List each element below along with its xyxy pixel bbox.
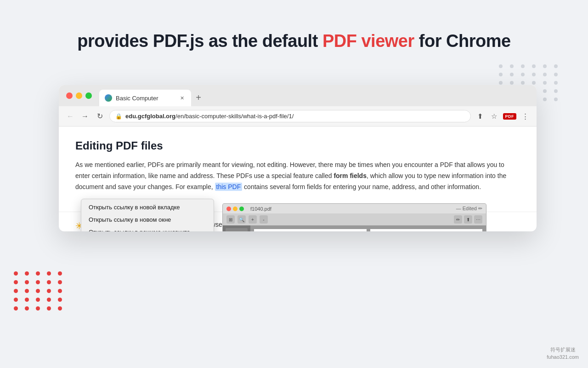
cm-open-new-window[interactable]: Открыть ссылку в новом окне	[81, 213, 214, 226]
toolbar-icons: ⬆ ☆ PDF ⋮	[475, 111, 531, 121]
tab-favicon-icon	[105, 94, 112, 102]
cm-open-incognito[interactable]: Открыть ссылку в режиме инкогнито	[81, 226, 214, 231]
browser-window: Basic Computer ✕ + ← → ↻ 🔒 edu.gcfglobal…	[59, 85, 537, 231]
context-menu: Открыть ссылку в новой вкладке Открыть с…	[81, 199, 214, 231]
pdf-share-icon: ⬆	[464, 215, 472, 224]
pdf-traffic-lights	[226, 207, 244, 211]
pdf-link[interactable]: this PDF	[215, 183, 243, 191]
lock-icon: 🔒	[115, 113, 122, 120]
new-tab-button[interactable]: +	[191, 90, 206, 105]
watermark-line2: fuhao321.com	[547, 354, 579, 361]
address-bar: ← → ↻ 🔒 edu.gcfglobal.org/en/basic-compu…	[59, 106, 537, 126]
bookmark-icon[interactable]: ☆	[489, 111, 499, 121]
pdf-tool-2: 🔍	[237, 215, 246, 224]
minimize-button[interactable]	[76, 92, 82, 99]
address-text: edu.gcfglobal.org/en/basic-computer-skil…	[125, 113, 294, 120]
pdf-page-right: 2015 OMB No. 1545-0074 20 ___, ending __…	[370, 229, 483, 231]
title-bar: Basic Computer ✕ +	[59, 85, 537, 106]
tab-close-button[interactable]: ✕	[178, 94, 186, 102]
traffic-lights	[59, 85, 99, 106]
watermark: 符号扩展迷 fuhao321.com	[547, 346, 579, 361]
page-heading: Editing PDF files	[75, 139, 520, 152]
address-input[interactable]: 🔒 edu.gcfglobal.org/en/basic-computer-sk…	[109, 110, 471, 122]
page-content: Editing PDF files As we mentioned earlie…	[59, 126, 537, 212]
close-button[interactable]	[66, 92, 73, 99]
pdf-page-left	[254, 229, 367, 231]
tabs-area: Basic Computer ✕ +	[99, 85, 537, 106]
bold-text: form fields	[334, 172, 367, 179]
main-headline: provides PDF.js as the default PDF viewe…	[0, 31, 588, 51]
pdf-close	[226, 207, 231, 211]
pdf-sidebar: 1	[223, 225, 250, 231]
pdf-tool-3: +	[249, 215, 257, 224]
pdf-extension-badge[interactable]: PDF	[503, 113, 517, 120]
menu-icon[interactable]: ⋮	[520, 111, 530, 121]
refresh-button[interactable]: ↻	[95, 111, 105, 121]
pdf-toolbar: ⊞ 🔍 + - ✏ ⬆ ⋯	[223, 213, 486, 225]
paragraph-text-3: contains several form fields for enterin…	[242, 183, 481, 190]
pdf-preview-thumbnail: f1040.pdf — Edited ✏ ⊞ 🔍 + - ✏ ⬆ ⋯	[222, 203, 486, 231]
pdf-edit-icon: ✏	[454, 215, 462, 224]
address-path: /en/basic-computer-skills/what-is-a-pdf-…	[175, 113, 294, 120]
pdf-content-area: 1	[223, 225, 486, 231]
page-paragraph: As we mentioned earlier, PDFs are primar…	[75, 160, 520, 192]
share-icon[interactable]: ⬆	[475, 111, 486, 121]
back-button[interactable]: ←	[65, 111, 75, 121]
headline-text-before: provides PDF.js as the default	[77, 31, 322, 51]
address-domain: edu.gcfglobal.org	[125, 113, 175, 120]
pdf-markup-icon: ⋯	[474, 215, 482, 224]
pdf-main-area: 2015 OMB No. 1545-0074 20 ___, ending __…	[250, 225, 486, 231]
pdf-tool-4: -	[260, 215, 268, 224]
cm-open-new-tab[interactable]: Открыть ссылку в новой вкладке	[81, 201, 214, 213]
pdf-maximize	[239, 207, 244, 211]
pdf-tool-1: ⊞	[226, 215, 235, 224]
headline-highlight: PDF viewer	[322, 31, 414, 51]
pdf-window-title: f1040.pdf	[250, 206, 453, 212]
decorative-dots-left	[14, 271, 64, 310]
pdf-edited-label: — Edited ✏	[456, 206, 482, 212]
pdf-title-bar: f1040.pdf — Edited ✏	[223, 204, 486, 213]
active-tab[interactable]: Basic Computer ✕	[99, 90, 191, 106]
pdf-minimize	[233, 207, 237, 211]
forward-button[interactable]: →	[80, 111, 90, 121]
maximize-button[interactable]	[85, 92, 92, 99]
tab-title: Basic Computer	[116, 95, 175, 102]
watermark-line1: 符号扩展迷	[547, 346, 579, 353]
pdf-thumb-1	[226, 228, 248, 231]
headline-text-after: for Chrome	[414, 31, 511, 51]
